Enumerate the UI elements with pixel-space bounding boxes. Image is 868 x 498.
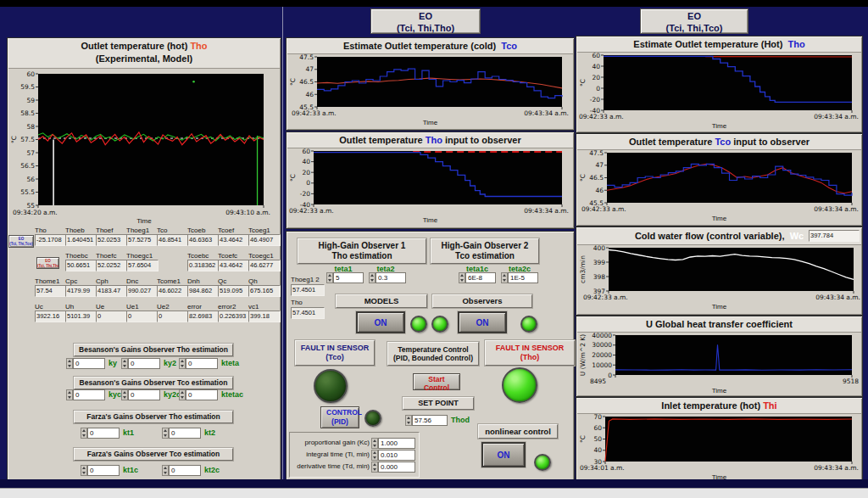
pid-gains-panel: proportional gain (Kc)1.000integral time… [289, 432, 420, 478]
eo-small-tho-button[interactable]: EO (Tci, Thi,Tho) [36, 257, 59, 269]
table-cell-label: Tcoeb [187, 227, 205, 234]
svg-text:56: 56 [26, 176, 35, 183]
gain-ky2-value: 0 [128, 358, 160, 369]
set-point-spinner[interactable] [405, 415, 412, 426]
gain-ky-spinner[interactable] [66, 358, 73, 369]
hg1-line1: High-Gain Observer 1 [298, 241, 426, 251]
pid-gain-0-input[interactable]: 1.000 [371, 438, 415, 449]
hg2-line1: High-Gain Observer 2 [431, 241, 538, 251]
pid-gain-label: derivative time (Td, min) [292, 462, 370, 470]
models-header: MODELS [336, 294, 427, 308]
table-cell-value: 50.6651 [65, 260, 97, 271]
svg-text:47: 47 [305, 65, 314, 73]
gain-kt1c-input[interactable]: 0 [81, 465, 120, 476]
pid-gain-2-input[interactable]: 0.000 [371, 462, 415, 473]
teta1-spinner[interactable] [326, 272, 333, 283]
pid-gain-0-spinner[interactable] [371, 438, 378, 449]
svg-text:60: 60 [592, 53, 600, 59]
teta2-input[interactable]: 0.3 [369, 272, 406, 283]
u-global-panel: U Global heat transfer coefficient 01000… [576, 316, 863, 397]
cold-water-flow-panel: Cold water flow (control variable), Wc 3… [576, 227, 863, 316]
gain-kt2c-input[interactable]: 0 [162, 465, 201, 476]
table-cell-value: 990.027 [126, 285, 159, 297]
tho-experimental-chart: 5555.55656.55757.55858.55959.56009:34:20… [9, 70, 277, 216]
models-led-2 [431, 316, 448, 333]
control-pid-line1: CONTROL [326, 408, 353, 417]
teta2c-spinner[interactable] [501, 272, 508, 283]
teta2-spinner[interactable] [369, 272, 376, 283]
control-pid-button[interactable]: CONTROL (PID) [320, 406, 359, 428]
table-cell-value: 3922.16 [35, 311, 67, 322]
pid-gain-2-spinner[interactable] [371, 462, 378, 473]
gain-ktetac-input[interactable]: 0 [179, 389, 218, 400]
high-gain-observer-2-header: High-Gain Observer 2 Tco estimation [431, 238, 539, 264]
labview-front-panel: EO (Tci, Thi,Tho) EO (Tci, Thi,Tco) Outl… [0, 0, 868, 498]
start-control-button[interactable]: Start Control [413, 373, 460, 390]
pid-gain-1-spinner[interactable] [371, 450, 378, 461]
set-point-header: SET POINT [403, 397, 474, 410]
eo-tco-button[interactable]: EO (Tci, Thi,Tco) [640, 8, 748, 34]
gain-ky2c-input[interactable]: 0 [121, 389, 160, 400]
gains-header-label: Besanson's Gains Observer Tco estimation [75, 378, 232, 387]
table-cell-label: Ue2 [157, 303, 170, 311]
gain-kt2-spinner[interactable] [162, 428, 169, 439]
nonlinear-on-button[interactable]: ON [481, 442, 526, 467]
fault-tho-line2: (Tho) [486, 353, 574, 362]
gain-kt1c-value: 0 [87, 465, 120, 476]
tho-indicator-value: 57.4501 [291, 307, 325, 319]
table-cell-label: Cpc [65, 277, 77, 285]
models-on-button[interactable]: ON [356, 311, 405, 333]
svg-text:°C: °C [10, 136, 18, 143]
wc-value-display: 397.784 [809, 230, 860, 242]
teta2c-input[interactable]: 1E-5 [501, 272, 538, 283]
gain-ky2c-spinner[interactable] [121, 389, 128, 400]
gain-kteta-value: 0 [186, 358, 218, 369]
fault-tco-line1: FAULT IN SENSOR [296, 344, 374, 353]
gain-kt1-spinner[interactable] [81, 428, 87, 439]
gain-ky-input[interactable]: 0 [66, 358, 105, 369]
gain-label-ky: ky [108, 359, 117, 367]
teta1c-input[interactable]: 6E-8 [459, 272, 496, 283]
gain-ktetac-spinner[interactable] [179, 389, 186, 400]
gain-kt1-input[interactable]: 0 [81, 428, 120, 439]
table-cell-label: Dnc [126, 277, 138, 285]
gain-kteta-spinner[interactable] [179, 358, 186, 369]
gain-kt1c-spinner[interactable] [81, 465, 87, 476]
table-cell-label: Tho [35, 227, 47, 234]
table-cell-label: Thoebc [65, 252, 88, 260]
svg-text:55.5: 55.5 [20, 188, 35, 196]
svg-text:20: 20 [302, 169, 310, 176]
table-cell-label: Thome1 [35, 277, 59, 285]
svg-text:09:43:34 a.m.: 09:43:34 a.m. [524, 109, 569, 117]
svg-text:46: 46 [305, 91, 314, 98]
temp-control-line2: (PID, Bounded Control) [388, 354, 478, 362]
table-cell-label: Tcome1 [157, 277, 181, 285]
gains-header: Farza's Gains Observer Tho estimation [74, 411, 233, 423]
table-cell-label: Tco [157, 227, 167, 234]
gain-kyc-spinner[interactable] [66, 389, 73, 400]
svg-text:09:42:33 a.m.: 09:42:33 a.m. [579, 113, 624, 120]
gain-kt2c-spinner[interactable] [162, 465, 169, 476]
gain-kyc-input[interactable]: 0 [66, 389, 105, 400]
set-point-input[interactable]: 57.56 [405, 415, 448, 426]
gain-kteta-input[interactable]: 0 [179, 358, 218, 369]
table-cell-label: Uh [65, 303, 74, 311]
pid-gain-1-input[interactable]: 0.010 [371, 450, 415, 461]
table-cell-label: Tcoegc1 [248, 252, 274, 260]
teta1-input[interactable]: 5 [326, 272, 364, 283]
svg-text:°C: °C [579, 174, 587, 182]
gain-kt2-input[interactable]: 0 [162, 428, 201, 439]
fault-tco-line2: (Tco) [296, 353, 374, 362]
gain-ky2-input[interactable]: 0 [121, 358, 160, 369]
x-axis-label: Time [287, 119, 574, 126]
eo-tho-button[interactable]: EO (Tci, Thi,Tho) [370, 8, 481, 34]
eo-tco-line2: (Tci, Thi,Tco) [646, 22, 743, 34]
gain-label-kt2c: kt2c [204, 466, 220, 474]
observers-on-button[interactable]: ON [458, 311, 507, 333]
gain-ky2-spinner[interactable] [121, 358, 128, 369]
eo-small-tco-button[interactable]: EO (Tci, Thi,Tco) [8, 235, 34, 248]
pid-gain-1-value: 0.010 [378, 450, 415, 461]
top-border [0, 0, 868, 7]
table-cell-value: 0 [96, 311, 128, 322]
teta1c-spinner[interactable] [459, 272, 465, 283]
